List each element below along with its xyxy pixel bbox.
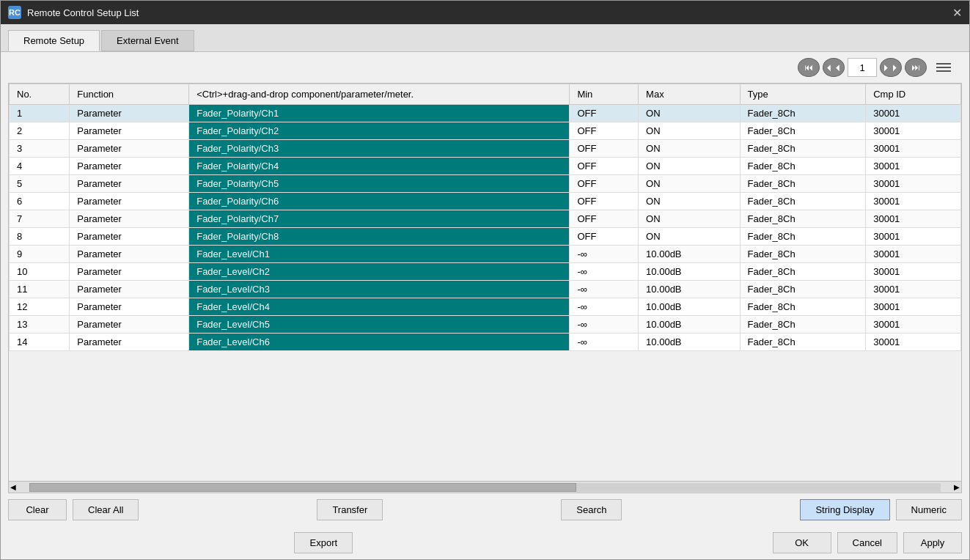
table-row[interactable]: 2ParameterFader_Polarity/Ch2OFFONFader_8… — [10, 122, 961, 140]
table-row[interactable]: 12ParameterFader_Level/Ch4-∞10.00dBFader… — [10, 298, 961, 316]
table-cell: 30001 — [866, 210, 961, 228]
table-row[interactable]: 7ParameterFader_Polarity/Ch7OFFONFader_8… — [10, 210, 961, 228]
table-row[interactable]: 14ParameterFader_Level/Ch6-∞10.00dBFader… — [10, 334, 961, 351]
table-row[interactable]: 10ParameterFader_Level/Ch2-∞10.00dBFader… — [10, 263, 961, 281]
table-cell: Fader_8Ch — [740, 316, 866, 334]
table-row[interactable]: 9ParameterFader_Level/Ch1-∞10.00dBFader_… — [10, 246, 961, 263]
table-cell: 30001 — [866, 281, 961, 298]
table-row[interactable]: 3ParameterFader_Polarity/Ch3OFFONFader_8… — [10, 140, 961, 158]
close-button[interactable]: ✕ — [952, 6, 962, 20]
search-button[interactable]: Search — [561, 499, 622, 520]
table-cell: 30001 — [866, 228, 961, 246]
table-cell: Parameter — [70, 193, 189, 210]
table-cell: 2 — [10, 122, 70, 140]
nav-last-button[interactable]: ⏭ — [905, 58, 927, 77]
table-cell: Fader_8Ch — [740, 228, 866, 246]
tab-bar: Remote Setup External Event — [1, 24, 969, 52]
table-cell: Fader_8Ch — [740, 246, 866, 263]
table-cell: 30001 — [866, 140, 961, 158]
table-cell: -∞ — [570, 316, 639, 334]
table-cell: 30001 — [866, 175, 961, 193]
scroll-thumb-horizontal[interactable] — [29, 483, 576, 492]
table-cell: 6 — [10, 193, 70, 210]
table-cell: OFF — [570, 193, 639, 210]
app-icon: RC — [8, 6, 21, 19]
nav-prev-button[interactable]: ⏴⏴ — [823, 58, 845, 77]
table-cell: 13 — [10, 316, 70, 334]
transfer-button[interactable]: Transfer — [317, 499, 383, 520]
table-row[interactable]: 5ParameterFader_Polarity/Ch5OFFONFader_8… — [10, 175, 961, 193]
table-cell: Parameter — [70, 246, 189, 263]
table-cell: 9 — [10, 246, 70, 263]
nav-first-button[interactable]: ⏮ — [798, 58, 820, 77]
table-cell: ON — [639, 175, 740, 193]
scroll-track-horizontal[interactable] — [29, 483, 941, 492]
table-cell: 14 — [10, 334, 70, 351]
table-cell: Fader_Polarity/Ch4 — [189, 158, 570, 175]
table-cell: Parameter — [70, 228, 189, 246]
clear-all-button[interactable]: Clear All — [73, 499, 139, 520]
table-row[interactable]: 6ParameterFader_Polarity/Ch6OFFONFader_8… — [10, 193, 961, 210]
table-cell: Fader_Level/Ch6 — [189, 334, 570, 351]
table-cell: Fader_8Ch — [740, 193, 866, 210]
table-cell: 3 — [10, 140, 70, 158]
table-cell: OFF — [570, 122, 639, 140]
data-table: No. Function <Ctrl>+drag-and-drop compon… — [9, 84, 961, 351]
table-cell: 10.00dB — [639, 281, 740, 298]
string-display-button[interactable]: String Display — [800, 499, 889, 520]
table-row[interactable]: 13ParameterFader_Level/Ch5-∞10.00dBFader… — [10, 316, 961, 334]
scroll-right-arrow[interactable]: ▶ — [952, 483, 961, 491]
table-cell: Parameter — [70, 140, 189, 158]
table-cell: Fader_Level/Ch4 — [189, 298, 570, 316]
table-cell: Fader_8Ch — [740, 140, 866, 158]
col-header-max: Max — [639, 84, 740, 105]
table-cell: Parameter — [70, 298, 189, 316]
table-header-row: No. Function <Ctrl>+drag-and-drop compon… — [10, 84, 961, 105]
table-cell: OFF — [570, 158, 639, 175]
horizontal-scrollbar[interactable]: ◀ ▶ — [9, 481, 961, 493]
table-cell: ON — [639, 105, 740, 122]
ok-button[interactable]: OK — [773, 532, 831, 553]
table-cell: OFF — [570, 175, 639, 193]
table-cell: Fader_8Ch — [740, 281, 866, 298]
numeric-button[interactable]: Numeric — [896, 499, 962, 520]
table-cell: 7 — [10, 210, 70, 228]
table-cell: ON — [639, 140, 740, 158]
table-cell: OFF — [570, 140, 639, 158]
table-cell: 11 — [10, 281, 70, 298]
table-cell: OFF — [570, 228, 639, 246]
table-cell: Parameter — [70, 175, 189, 193]
table-cell: Fader_8Ch — [740, 158, 866, 175]
scroll-left-arrow[interactable]: ◀ — [9, 483, 18, 491]
table-cell: Parameter — [70, 316, 189, 334]
apply-button[interactable]: Apply — [903, 532, 962, 553]
menu-line-1 — [936, 63, 951, 65]
table-row[interactable]: 1ParameterFader_Polarity/Ch1OFFONFader_8… — [10, 105, 961, 122]
col-header-type: Type — [740, 84, 866, 105]
table-cell: Fader_Polarity/Ch7 — [189, 210, 570, 228]
menu-line-2 — [936, 67, 951, 68]
table-row[interactable]: 11ParameterFader_Level/Ch3-∞10.00dBFader… — [10, 281, 961, 298]
table-cell: Fader_Level/Ch1 — [189, 246, 570, 263]
table-cell: Fader_8Ch — [740, 105, 866, 122]
table-row[interactable]: 8ParameterFader_Polarity/Ch8OFFONFader_8… — [10, 228, 961, 246]
table-cell: ON — [639, 228, 740, 246]
page-number-input[interactable]: 1 — [848, 58, 877, 77]
col-header-no: No. — [10, 84, 70, 105]
tab-remote-setup[interactable]: Remote Setup — [8, 30, 100, 51]
cancel-button[interactable]: Cancel — [837, 532, 897, 553]
col-header-cmpid: Cmp ID — [866, 84, 961, 105]
table-cell: Fader_8Ch — [740, 298, 866, 316]
menu-button[interactable] — [933, 58, 955, 77]
tab-external-event[interactable]: External Event — [101, 30, 194, 51]
table-cell: Fader_8Ch — [740, 175, 866, 193]
col-header-component: <Ctrl>+drag-and-drop component/parameter… — [189, 84, 570, 105]
table-scroll-area[interactable]: No. Function <Ctrl>+drag-and-drop compon… — [9, 84, 961, 481]
nav-next-button[interactable]: ⏵⏵ — [880, 58, 902, 77]
table-row[interactable]: 4ParameterFader_Polarity/Ch4OFFONFader_8… — [10, 158, 961, 175]
table-cell: 30001 — [866, 122, 961, 140]
table-cell: 10 — [10, 263, 70, 281]
table-cell: Fader_Polarity/Ch3 — [189, 140, 570, 158]
clear-button[interactable]: Clear — [8, 499, 67, 520]
export-button[interactable]: Export — [294, 532, 353, 553]
